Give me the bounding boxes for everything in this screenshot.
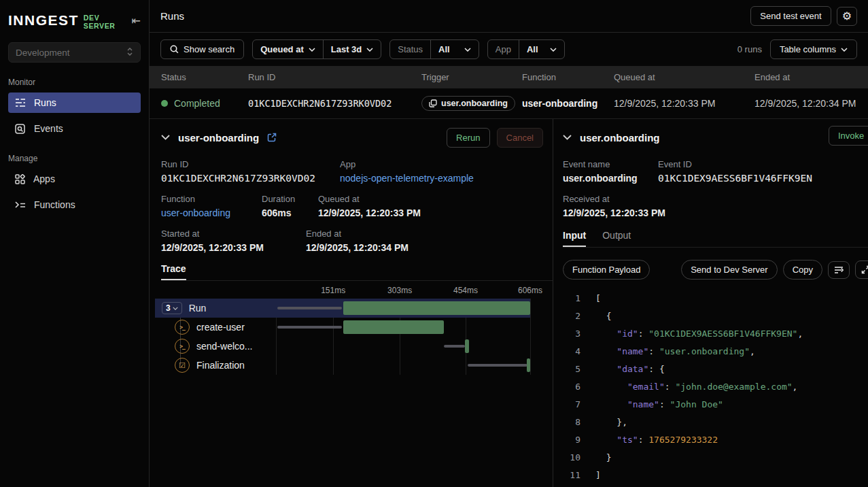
environment-select-value: Development <box>16 48 70 58</box>
span-count-badge[interactable]: 3 <box>162 302 182 314</box>
sidebar-item-label: Apps <box>33 173 55 184</box>
tab-output[interactable]: Output <box>602 230 631 247</box>
settings-button[interactable]: ⚙ <box>837 7 857 26</box>
table-columns-dropdown[interactable]: Table columns <box>770 39 857 59</box>
tab-trace[interactable]: Trace <box>161 263 186 280</box>
status-dot <box>161 100 168 107</box>
cancel-button[interactable]: Cancel <box>497 128 543 148</box>
trigger-pill[interactable]: user.onboarding <box>421 96 515 111</box>
ended-at-value: 12/9/2025, 12:20:34 PM <box>754 98 868 109</box>
invoke-button[interactable]: Invoke <box>829 126 868 146</box>
app-filter-group: App All <box>487 39 565 59</box>
started-at-label: Started at <box>161 229 306 239</box>
status-filter-label: Status <box>390 40 430 58</box>
queued-at-label: Queued at <box>318 194 421 204</box>
copy-button[interactable]: Copy <box>783 260 822 280</box>
ended-at: 12/9/2025, 12:20:34 PM <box>306 242 409 253</box>
rerun-button[interactable]: Rerun <box>447 128 489 148</box>
sidebar-item-runs[interactable]: Runs <box>8 93 141 113</box>
run-details-panel: user-onboarding Rerun Cancel Run ID 01KC… <box>150 119 553 487</box>
column-function: Function <box>522 72 614 82</box>
axis-tick-label: 151ms <box>321 286 345 295</box>
received-at: 12/9/2025, 12:20:33 PM <box>563 207 665 218</box>
function-link[interactable]: user-onboarding <box>161 207 262 218</box>
tab-input[interactable]: Input <box>563 230 586 247</box>
function-payload-button[interactable]: Function Payload <box>563 260 650 280</box>
word-wrap-icon <box>834 266 844 274</box>
code-line: 11] <box>563 467 868 484</box>
sidebar-item-apps[interactable]: Apps <box>8 169 141 189</box>
trace-row[interactable]: 3 Run <box>155 299 530 318</box>
code-line: 6 "email": "john.doe@example.com", <box>563 378 868 396</box>
payload-code-editor[interactable]: 1[2 {3 "id": "01KC1DEX9AESS6BF1V46FFK9EN… <box>563 290 868 484</box>
sidebar-section-monitor: Monitor <box>8 78 141 87</box>
table-header: Status Run ID Trigger Function Queued at… <box>150 66 868 88</box>
chevron-down-icon[interactable] <box>563 135 572 140</box>
run-id-label: Run ID <box>161 159 340 169</box>
chevron-down-icon[interactable] <box>161 135 170 140</box>
status-filter-value[interactable]: All <box>430 40 479 58</box>
queued-at-filter[interactable]: Queued at <box>253 40 323 58</box>
run-title: user-onboarding <box>178 132 259 144</box>
send-test-event-button[interactable]: Send test event <box>750 6 831 26</box>
functions-icon <box>15 201 26 209</box>
execution-bar[interactable] <box>527 358 530 372</box>
status-filter-group: Status All <box>389 39 479 59</box>
chevron-down-icon <box>841 48 848 52</box>
app-link[interactable]: nodejs-open-telemetry-example <box>340 173 474 184</box>
chevron-down-icon <box>550 48 557 52</box>
trace-waterfall: 151ms303ms454ms606ms 3 Run>_create-user>… <box>155 284 530 375</box>
app-filter-label: App <box>488 40 519 58</box>
chevron-down-icon <box>366 48 373 52</box>
word-wrap-button[interactable] <box>828 261 850 279</box>
trace-row[interactable]: ☑Finalization <box>155 356 530 375</box>
select-chevrons-icon <box>126 47 133 58</box>
trace-row[interactable]: >_send-welco... <box>155 337 530 356</box>
dev-server-badge: DEV SERVER <box>84 14 132 30</box>
chevron-down-icon <box>309 48 315 52</box>
sidebar-item-functions[interactable]: Functions <box>8 195 141 215</box>
events-icon <box>15 124 26 134</box>
sidebar-item-events[interactable]: Events <box>8 118 141 139</box>
apps-icon <box>15 174 25 184</box>
queue-duration-line <box>277 307 342 309</box>
expand-button[interactable] <box>855 261 868 279</box>
execution-bar[interactable] <box>343 301 530 315</box>
send-to-dev-server-button[interactable]: Send to Dev Server <box>681 260 777 280</box>
queued-at: 12/9/2025, 12:20:33 PM <box>318 207 421 218</box>
app-label: App <box>340 159 474 169</box>
time-range-filter[interactable]: Last 3d <box>323 40 381 58</box>
show-search-button[interactable]: Show search <box>160 39 244 59</box>
gear-icon: ⚙ <box>842 11 852 22</box>
column-queued-at: Queued at <box>614 72 754 82</box>
environment-select[interactable]: Development <box>8 42 141 63</box>
payload-toolbar: Function Payload Send to Dev Server Copy <box>563 260 868 280</box>
trace-row-label: create-user <box>196 322 245 333</box>
event-name: user.onboarding <box>563 173 658 184</box>
function-label: Function <box>161 194 262 204</box>
run-id-value: 01KC1DEXCHR2N617Z93RK0VD02 <box>248 98 421 109</box>
code-line: 3 "id": "01KC1DEX9AESS6BF1V46FFK9EN", <box>563 325 868 343</box>
runs-icon <box>15 98 26 107</box>
execution-bar[interactable] <box>465 339 469 353</box>
code-line: 7 "name": "John Doe" <box>563 396 868 414</box>
execution-bar[interactable] <box>343 320 444 334</box>
queued-at-label: Queued at <box>260 44 304 54</box>
trace-row-label: send-welco... <box>196 341 252 352</box>
started-at: 12/9/2025, 12:20:33 PM <box>161 242 306 253</box>
external-link-icon[interactable] <box>267 133 277 142</box>
table-row[interactable]: Completed 01KC1DEXCHR2N617Z93RK0VD02 use… <box>150 88 868 119</box>
axis-tick-label: 454ms <box>453 286 478 295</box>
ended-at-label: Ended at <box>306 229 409 239</box>
column-status: Status <box>161 72 248 82</box>
event-name-label: Event name <box>563 159 658 169</box>
task-check-icon: ☑ <box>175 358 190 373</box>
event-id-label: Event ID <box>658 159 812 169</box>
collapse-sidebar-icon[interactable]: ⇤ <box>132 14 141 27</box>
axis-tick-label: 303ms <box>387 286 412 295</box>
function-value: user-onboarding <box>522 98 614 109</box>
trace-row[interactable]: >_create-user <box>155 318 530 337</box>
event-details-panel: user.onboarding Invoke Event name user.o… <box>553 119 868 487</box>
code-line: 2 { <box>563 307 868 325</box>
app-filter-value[interactable]: All <box>519 40 564 58</box>
